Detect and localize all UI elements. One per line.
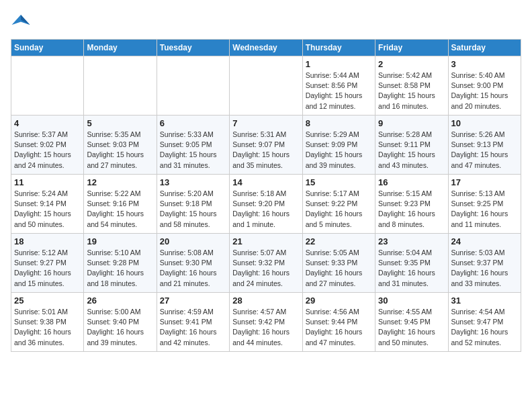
calendar-week-row-0: 1Sunrise: 5:44 AM Sunset: 8:56 PM Daylig… bbox=[11, 56, 521, 116]
day-number-19: 19 bbox=[87, 236, 153, 246]
weekday-header-friday: Friday bbox=[375, 40, 448, 56]
calendar-cell-0-5: 2Sunrise: 5:42 AM Sunset: 8:58 PM Daylig… bbox=[375, 56, 448, 116]
calendar-header: SundayMondayTuesdayWednesdayThursdayFrid… bbox=[11, 40, 521, 56]
calendar-cell-1-0: 4Sunrise: 5:37 AM Sunset: 9:02 PM Daylig… bbox=[11, 116, 84, 175]
day-number-24: 24 bbox=[451, 236, 518, 246]
day-info-3: Sunrise: 5:40 AM Sunset: 9:00 PM Dayligh… bbox=[451, 71, 518, 111]
calendar-cell-3-3: 21Sunrise: 5:07 AM Sunset: 9:32 PM Dayli… bbox=[230, 234, 302, 293]
calendar-cell-4-3: 28Sunrise: 4:57 AM Sunset: 9:42 PM Dayli… bbox=[230, 293, 302, 352]
day-number-18: 18 bbox=[14, 236, 81, 246]
day-number-13: 13 bbox=[160, 177, 226, 187]
day-number-23: 23 bbox=[378, 236, 445, 246]
day-info-19: Sunrise: 5:10 AM Sunset: 9:28 PM Dayligh… bbox=[87, 248, 153, 289]
weekday-header-saturday: Saturday bbox=[448, 40, 521, 56]
day-number-29: 29 bbox=[306, 295, 372, 306]
calendar-cell-4-6: 31Sunrise: 4:54 AM Sunset: 9:47 PM Dayli… bbox=[448, 293, 521, 352]
calendar-cell-4-2: 27Sunrise: 4:59 AM Sunset: 9:41 PM Dayli… bbox=[157, 293, 229, 352]
day-info-28: Sunrise: 4:57 AM Sunset: 9:42 PM Dayligh… bbox=[232, 307, 299, 348]
day-info-30: Sunrise: 4:55 AM Sunset: 9:45 PM Dayligh… bbox=[378, 307, 445, 348]
day-number-22: 22 bbox=[306, 236, 372, 246]
day-info-14: Sunrise: 5:18 AM Sunset: 9:20 PM Dayligh… bbox=[232, 189, 299, 230]
day-number-26: 26 bbox=[87, 295, 153, 306]
calendar-week-row-4: 25Sunrise: 5:01 AM Sunset: 9:38 PM Dayli… bbox=[11, 293, 521, 352]
day-number-5: 5 bbox=[87, 118, 153, 128]
calendar-cell-4-1: 26Sunrise: 5:00 AM Sunset: 9:40 PM Dayli… bbox=[84, 293, 157, 352]
calendar-cell-1-5: 9Sunrise: 5:28 AM Sunset: 9:11 PM Daylig… bbox=[375, 116, 448, 175]
calendar-cell-0-2 bbox=[157, 56, 229, 116]
calendar-cell-1-1: 5Sunrise: 5:35 AM Sunset: 9:03 PM Daylig… bbox=[84, 116, 157, 175]
day-info-25: Sunrise: 5:01 AM Sunset: 9:38 PM Dayligh… bbox=[14, 307, 81, 348]
day-number-17: 17 bbox=[451, 177, 518, 187]
calendar-cell-1-2: 6Sunrise: 5:33 AM Sunset: 9:05 PM Daylig… bbox=[157, 116, 229, 175]
day-number-12: 12 bbox=[87, 177, 153, 187]
day-info-1: Sunrise: 5:44 AM Sunset: 8:56 PM Dayligh… bbox=[306, 71, 372, 111]
weekday-header-sunday: Sunday bbox=[11, 40, 84, 56]
calendar-cell-2-2: 13Sunrise: 5:20 AM Sunset: 9:18 PM Dayli… bbox=[157, 175, 229, 234]
day-info-7: Sunrise: 5:31 AM Sunset: 9:07 PM Dayligh… bbox=[232, 130, 299, 171]
weekday-header-row: SundayMondayTuesdayWednesdayThursdayFrid… bbox=[11, 40, 521, 56]
calendar-week-row-2: 11Sunrise: 5:24 AM Sunset: 9:14 PM Dayli… bbox=[11, 175, 521, 234]
page-header bbox=[11, 11, 521, 31]
day-number-7: 7 bbox=[232, 118, 299, 128]
day-number-3: 3 bbox=[451, 59, 518, 69]
day-number-27: 27 bbox=[160, 295, 226, 306]
calendar-cell-4-0: 25Sunrise: 5:01 AM Sunset: 9:38 PM Dayli… bbox=[11, 293, 84, 352]
day-info-6: Sunrise: 5:33 AM Sunset: 9:05 PM Dayligh… bbox=[160, 130, 226, 171]
calendar-table: SundayMondayTuesdayWednesdayThursdayFrid… bbox=[11, 39, 521, 352]
day-number-16: 16 bbox=[378, 177, 445, 187]
calendar-cell-3-2: 20Sunrise: 5:08 AM Sunset: 9:30 PM Dayli… bbox=[157, 234, 229, 293]
day-number-30: 30 bbox=[378, 295, 445, 306]
day-info-21: Sunrise: 5:07 AM Sunset: 9:32 PM Dayligh… bbox=[232, 248, 299, 289]
day-info-9: Sunrise: 5:28 AM Sunset: 9:11 PM Dayligh… bbox=[378, 130, 445, 171]
calendar-cell-2-1: 12Sunrise: 5:22 AM Sunset: 9:16 PM Dayli… bbox=[84, 175, 157, 234]
logo-bird-icon bbox=[11, 11, 31, 31]
day-number-31: 31 bbox=[451, 295, 518, 306]
day-info-23: Sunrise: 5:04 AM Sunset: 9:35 PM Dayligh… bbox=[378, 248, 445, 289]
day-info-20: Sunrise: 5:08 AM Sunset: 9:30 PM Dayligh… bbox=[160, 248, 226, 289]
day-info-17: Sunrise: 5:13 AM Sunset: 9:25 PM Dayligh… bbox=[451, 189, 518, 230]
calendar-cell-4-4: 29Sunrise: 4:56 AM Sunset: 9:44 PM Dayli… bbox=[302, 293, 375, 352]
calendar-cell-3-1: 19Sunrise: 5:10 AM Sunset: 9:28 PM Dayli… bbox=[84, 234, 157, 293]
calendar-cell-2-0: 11Sunrise: 5:24 AM Sunset: 9:14 PM Dayli… bbox=[11, 175, 84, 234]
day-number-1: 1 bbox=[306, 59, 372, 69]
day-info-18: Sunrise: 5:12 AM Sunset: 9:27 PM Dayligh… bbox=[14, 248, 81, 289]
day-info-2: Sunrise: 5:42 AM Sunset: 8:58 PM Dayligh… bbox=[378, 71, 445, 111]
day-info-24: Sunrise: 5:03 AM Sunset: 9:37 PM Dayligh… bbox=[451, 248, 518, 289]
calendar-cell-0-0 bbox=[11, 56, 84, 116]
day-info-4: Sunrise: 5:37 AM Sunset: 9:02 PM Dayligh… bbox=[14, 130, 81, 171]
calendar-cell-1-6: 10Sunrise: 5:26 AM Sunset: 9:13 PM Dayli… bbox=[448, 116, 521, 175]
calendar-cell-0-3 bbox=[230, 56, 302, 116]
day-info-26: Sunrise: 5:00 AM Sunset: 9:40 PM Dayligh… bbox=[87, 307, 153, 348]
calendar-cell-3-4: 22Sunrise: 5:05 AM Sunset: 9:33 PM Dayli… bbox=[302, 234, 375, 293]
day-info-5: Sunrise: 5:35 AM Sunset: 9:03 PM Dayligh… bbox=[87, 130, 153, 171]
day-number-14: 14 bbox=[232, 177, 299, 187]
calendar-cell-3-5: 23Sunrise: 5:04 AM Sunset: 9:35 PM Dayli… bbox=[375, 234, 448, 293]
day-info-29: Sunrise: 4:56 AM Sunset: 9:44 PM Dayligh… bbox=[306, 307, 372, 348]
day-number-8: 8 bbox=[306, 118, 372, 128]
day-number-11: 11 bbox=[14, 177, 81, 187]
calendar-cell-2-4: 15Sunrise: 5:17 AM Sunset: 9:22 PM Dayli… bbox=[302, 175, 375, 234]
calendar-cell-2-5: 16Sunrise: 5:15 AM Sunset: 9:23 PM Dayli… bbox=[375, 175, 448, 234]
day-info-12: Sunrise: 5:22 AM Sunset: 9:16 PM Dayligh… bbox=[87, 189, 153, 230]
day-number-4: 4 bbox=[14, 118, 81, 128]
calendar-week-row-1: 4Sunrise: 5:37 AM Sunset: 9:02 PM Daylig… bbox=[11, 116, 521, 175]
weekday-header-thursday: Thursday bbox=[302, 40, 375, 56]
day-number-15: 15 bbox=[306, 177, 372, 187]
day-info-27: Sunrise: 4:59 AM Sunset: 9:41 PM Dayligh… bbox=[160, 307, 226, 348]
calendar-body: 1Sunrise: 5:44 AM Sunset: 8:56 PM Daylig… bbox=[11, 56, 521, 352]
day-number-2: 2 bbox=[378, 59, 445, 69]
calendar-cell-1-4: 8Sunrise: 5:29 AM Sunset: 9:09 PM Daylig… bbox=[302, 116, 375, 175]
day-info-13: Sunrise: 5:20 AM Sunset: 9:18 PM Dayligh… bbox=[160, 189, 226, 230]
day-info-31: Sunrise: 4:54 AM Sunset: 9:47 PM Dayligh… bbox=[451, 307, 518, 348]
weekday-header-tuesday: Tuesday bbox=[157, 40, 229, 56]
day-info-8: Sunrise: 5:29 AM Sunset: 9:09 PM Dayligh… bbox=[306, 130, 372, 171]
day-number-25: 25 bbox=[14, 295, 81, 306]
day-number-9: 9 bbox=[378, 118, 445, 128]
day-info-16: Sunrise: 5:15 AM Sunset: 9:23 PM Dayligh… bbox=[378, 189, 445, 230]
calendar-cell-0-6: 3Sunrise: 5:40 AM Sunset: 9:00 PM Daylig… bbox=[448, 56, 521, 116]
day-info-15: Sunrise: 5:17 AM Sunset: 9:22 PM Dayligh… bbox=[306, 189, 372, 230]
calendar-cell-1-3: 7Sunrise: 5:31 AM Sunset: 9:07 PM Daylig… bbox=[230, 116, 302, 175]
day-number-28: 28 bbox=[232, 295, 299, 306]
day-number-20: 20 bbox=[160, 236, 226, 246]
calendar-cell-2-3: 14Sunrise: 5:18 AM Sunset: 9:20 PM Dayli… bbox=[230, 175, 302, 234]
